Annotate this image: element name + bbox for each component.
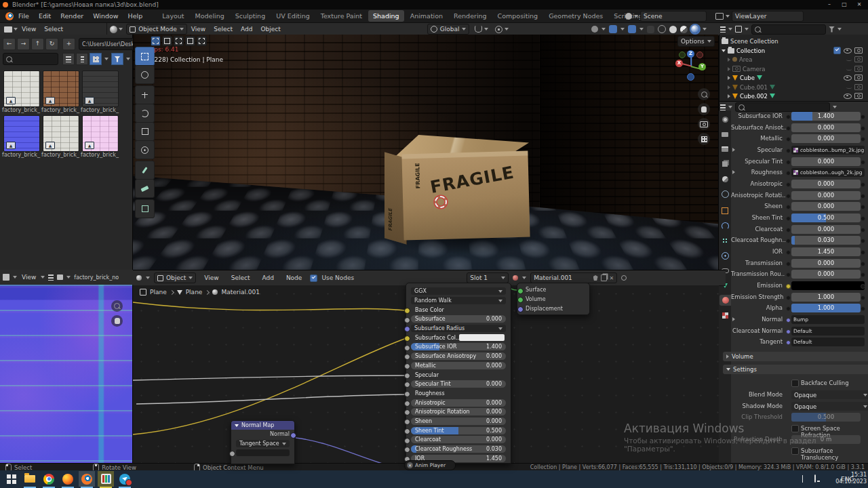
socket-subsurface[interactable]	[404, 317, 410, 323]
shading-solid-icon[interactable]	[669, 26, 677, 33]
select-mode-extend-button[interactable]	[162, 36, 172, 46]
viewport-menu-select[interactable]: Select	[210, 23, 237, 35]
minimize-button[interactable]: –	[822, 0, 837, 9]
blender-logo-icon[interactable]	[5, 12, 14, 20]
copy-icon[interactable]	[601, 274, 607, 281]
expand-icon[interactable]	[728, 94, 730, 98]
tab-animation[interactable]: Animation	[406, 10, 448, 22]
shader-menu-add[interactable]: Add	[258, 272, 277, 284]
properties-search[interactable]	[735, 102, 830, 112]
close-button[interactable]: ✕	[852, 0, 867, 9]
prop-slider[interactable]: 1.450	[791, 247, 861, 256]
socket-normal-out[interactable]	[290, 432, 296, 439]
outliner-row-scene-collection[interactable]: Scene Collection	[722, 37, 865, 45]
tab-layout[interactable]: Layout	[157, 10, 189, 22]
viewport-menu-object[interactable]: Object	[256, 23, 284, 35]
nav-refresh-button[interactable]: ↻	[45, 38, 58, 50]
scene-icon[interactable]	[625, 13, 632, 20]
material-name-field[interactable]: Material.001 ✕	[530, 272, 617, 283]
select-mode-subtract-button[interactable]	[174, 36, 184, 46]
outliner-row-cube[interactable]: Cube	[722, 73, 865, 82]
socket-specular[interactable]	[404, 373, 410, 379]
file-thumbnail[interactable]: ▲	[82, 70, 119, 107]
tab-compositing[interactable]: Compositing	[493, 10, 543, 22]
expand-icon[interactable]	[728, 85, 730, 89]
tab-texture[interactable]	[719, 310, 730, 321]
prop-slider[interactable]: 0.000	[791, 123, 861, 132]
shader-type-select[interactable]: Object	[154, 272, 196, 283]
normal-map-image[interactable]	[0, 285, 132, 463]
node-slider[interactable]: Sheen0.000	[411, 418, 506, 425]
tab-world[interactable]	[719, 188, 730, 199]
socket-surface[interactable]	[517, 288, 524, 294]
gizmo-neg-y-axis[interactable]	[679, 52, 686, 58]
socket-sheen[interactable]	[404, 419, 410, 425]
prop-slider[interactable]: 0.000	[791, 270, 861, 279]
tab-physics[interactable]	[719, 250, 730, 261]
prop-slider[interactable]: 0.000	[791, 180, 861, 188]
tab-modeling[interactable]: Modeling	[191, 10, 229, 22]
clock[interactable]: 15:31 04.10.2023	[833, 472, 867, 485]
eye-closed-icon[interactable]	[846, 58, 852, 61]
tab-geometry-nodes[interactable]: Geometry Nodes	[544, 10, 608, 22]
expand-icon[interactable]	[722, 49, 726, 52]
normal-map-space-select[interactable]: Tangent Space	[236, 440, 290, 447]
socket-subsurface-anisotropy[interactable]	[404, 354, 410, 360]
eye-icon[interactable]	[844, 48, 852, 54]
menu-help[interactable]: Help	[123, 9, 148, 22]
normal-map-header[interactable]: Normal Map	[231, 421, 294, 430]
scene-dropdown-icon[interactable]	[634, 15, 638, 18]
prop-texture-field[interactable]: cobbleston..bump_2k.jpg	[791, 146, 865, 155]
volume-section-header[interactable]: Volume	[723, 352, 868, 361]
select-mode-intersect-button[interactable]	[197, 36, 207, 46]
settings-section-header[interactable]: Settings	[723, 365, 868, 374]
prop-slider[interactable]: 0.000	[791, 202, 861, 211]
outliner-filter-icon[interactable]	[829, 26, 835, 33]
socket-clearcoat-roughness[interactable]	[404, 447, 410, 453]
tool-move[interactable]	[135, 85, 155, 104]
maximize-button[interactable]: □	[837, 0, 852, 9]
shading-wireframe-icon[interactable]	[658, 25, 666, 33]
socket-roughness[interactable]	[404, 391, 410, 397]
file-name[interactable]: factory_brick_	[41, 107, 80, 113]
tangent-field[interactable]: Default	[791, 338, 865, 346]
taskbar-explorer[interactable]	[22, 471, 38, 487]
render-visibility-icon[interactable]	[854, 66, 863, 72]
close-icon[interactable]: ✕	[407, 462, 413, 468]
tab-texture-paint[interactable]: Texture Paint	[316, 10, 367, 22]
outliner-search[interactable]	[751, 24, 826, 35]
tool-add-cube[interactable]	[135, 199, 155, 218]
file-thumbnail[interactable]: ▲	[43, 70, 79, 107]
prop-slider[interactable]: 0.000	[791, 157, 861, 166]
tool-annotate[interactable]	[135, 161, 155, 180]
proportional-edit-icon[interactable]	[495, 26, 502, 33]
pan-button[interactable]	[698, 103, 710, 115]
file-name[interactable]: factory_brick_	[1, 152, 41, 158]
shader-editor-type-icon[interactable]	[136, 275, 142, 281]
file-name[interactable]: factory_brick_	[41, 152, 80, 158]
prop-slider[interactable]: 0.000	[791, 259, 861, 268]
socket-subsurface-ior[interactable]	[404, 345, 410, 351]
new-folder-button[interactable]: +	[62, 38, 75, 50]
file-search-input[interactable]	[3, 53, 58, 65]
tab-modifiers[interactable]	[719, 220, 730, 231]
screen-space-refraction-checkbox[interactable]	[791, 425, 799, 432]
prop-slider[interactable]: 1.000	[791, 304, 861, 312]
select-mode-new-button[interactable]	[151, 36, 161, 46]
tab-view-layer[interactable]	[719, 159, 730, 169]
prop-slider[interactable]: 0.000	[791, 134, 861, 143]
tool-measure[interactable]	[135, 179, 155, 198]
prop-slider[interactable]: 0.500	[791, 214, 861, 222]
expand-icon[interactable]	[728, 58, 730, 62]
unlink-icon[interactable]: ✕	[610, 275, 614, 281]
taskbar-telegram[interactable]	[117, 471, 133, 487]
image-editor-type-icon[interactable]	[3, 274, 9, 281]
gizmos-toggle-icon[interactable]	[609, 25, 617, 33]
tool-scale[interactable]	[135, 122, 155, 141]
socket-subsurface-radius[interactable]	[404, 326, 410, 332]
node-slider[interactable]: Clearcoat0.000	[411, 436, 506, 443]
anim-player-indicator[interactable]: ✕ Anim Player	[404, 460, 456, 470]
tab-tool[interactable]	[719, 114, 730, 125]
render-visibility-icon[interactable]	[854, 93, 863, 99]
slot-select[interactable]: Slot 1	[467, 272, 509, 283]
